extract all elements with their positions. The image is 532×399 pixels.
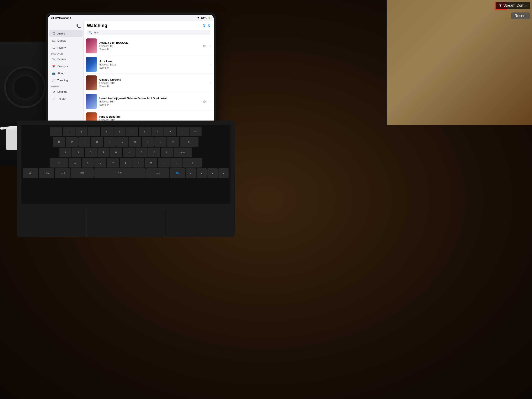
key-0[interactable]: 0 (164, 127, 176, 136)
key-1[interactable]: 1 (50, 127, 62, 136)
key-space[interactable]: かな (94, 168, 146, 178)
key-n[interactable]: N (132, 158, 145, 167)
sort-icon[interactable]: ⇅ (203, 24, 206, 28)
broadcast-icon-4: ((•)) (203, 100, 207, 103)
key-period[interactable]: . (171, 158, 183, 167)
anime-title-1: Assault Lily: BOUQUET (99, 41, 209, 44)
key-x[interactable]: X (82, 158, 94, 167)
key-t[interactable]: T (104, 137, 116, 147)
key-r[interactable]: R (91, 137, 103, 147)
sidebar-item-seasons[interactable]: 📅 Seasons (49, 63, 82, 70)
key-globe[interactable]: 🌐 (170, 168, 185, 178)
sidebar-item-airing[interactable]: 📺 Airing (49, 70, 82, 76)
anime-info-3: Gakkou Gurashi! Episode: 6/12 Score: 0 (99, 78, 209, 88)
anime-score-4: Score: 0 (99, 103, 209, 106)
filter-input-container[interactable]: 🔍 Filter (87, 30, 210, 35)
key-shift-right[interactable]: ⇧ (183, 158, 202, 167)
key-j[interactable]: J (135, 147, 147, 157)
status-right: ▼ 100% 🔋 (197, 16, 211, 19)
key-d[interactable]: D (85, 147, 97, 157)
key-p[interactable]: P (167, 137, 179, 147)
anime-title-5: Rifle Is Beautiful (99, 115, 209, 118)
status-bar: 3:54 PM Sun Oct 4 ▼ 100% 🔋 (48, 15, 214, 21)
anime-info-2: Azur Lane Episode: 10/12 Score: 0 (99, 60, 209, 69)
anime-episode-1: Episode: 1/0 (99, 45, 209, 48)
key-left[interactable]: ◂ (186, 168, 196, 178)
sidebar-item-trending[interactable]: 📈 Trending (49, 77, 82, 83)
key-2[interactable]: 2 (63, 127, 75, 136)
key-q[interactable]: Q (53, 137, 65, 147)
key-m[interactable]: M (145, 158, 157, 167)
key-6[interactable]: 6 (114, 127, 126, 136)
sidebar-item-search[interactable]: 🔍 Search (49, 56, 82, 62)
key-cmd-left[interactable]: cmd (55, 168, 70, 178)
filter-icon[interactable]: ⧉ (208, 24, 210, 27)
anime-icon: ☐ (52, 32, 56, 35)
anime-score-2: Score: 0 (99, 66, 209, 69)
key-b[interactable]: B (120, 158, 132, 167)
key-c[interactable]: C (94, 158, 106, 167)
battery-icon: 🔋 (208, 17, 211, 19)
monitor-record: Record (511, 13, 530, 19)
header-actions: ⇅ ⧉ (203, 24, 210, 28)
key-option[interactable]: option (39, 168, 54, 178)
seasons-icon: 📅 (52, 64, 56, 68)
key-4[interactable]: 4 (88, 127, 100, 136)
key-down[interactable]: ▾ (207, 168, 218, 178)
filter-search-icon: 🔍 (89, 31, 92, 34)
manga-icon: 📖 (52, 39, 56, 42)
key-g[interactable]: G (110, 147, 122, 157)
filter-placeholder: Filter (94, 31, 100, 34)
key-3[interactable]: 3 (76, 127, 88, 136)
key-8[interactable]: 8 (139, 127, 151, 136)
filter-bar: 🔍 Filter (83, 29, 214, 37)
anime-info-1: Assault Lily: BOUQUET Episode: 1/0 Score… (99, 41, 209, 51)
key-y[interactable]: Y (116, 137, 128, 147)
key-comma[interactable]: , (158, 158, 170, 167)
key-row-qwerty: Q W E R T Y U I O P [ ] (23, 137, 228, 147)
sidebar-item-anime[interactable]: ☐ Anime (49, 30, 82, 37)
key-eisu[interactable]: 英数 (71, 168, 94, 178)
key-cmd-right[interactable]: cmd (146, 168, 169, 178)
key-up[interactable]: ▴ (196, 168, 207, 178)
chevron-right-icon-3: › (210, 81, 211, 85)
status-time: 3:54 PM Sun Oct 4 (51, 17, 71, 19)
key-7[interactable]: 7 (126, 127, 138, 136)
key-i[interactable]: I (142, 137, 154, 147)
key-h[interactable]: H (123, 147, 135, 157)
anime-info-4: Love Live! Nijigasaki Gakuen School Idol… (99, 97, 209, 106)
key-right[interactable]: ▸ (218, 168, 228, 178)
search-icon: 🔍 (52, 57, 56, 61)
key-z[interactable]: Z (69, 158, 81, 167)
key-backspace[interactable]: ⌫ (190, 127, 202, 136)
key-ctrl[interactable]: ctrl (23, 168, 38, 178)
anime-item-1[interactable]: Assault Lily: BOUQUET Episode: 1/0 Score… (83, 37, 214, 55)
key-a[interactable]: A (59, 147, 71, 157)
sidebar-label-search: Search (57, 57, 66, 61)
key-shift[interactable]: ⇧ (50, 158, 68, 167)
key-9[interactable]: 9 (152, 127, 164, 136)
trackpad[interactable] (86, 208, 165, 237)
key-bracket[interactable]: [ ] (180, 137, 198, 147)
sidebar-item-tipjar[interactable]: ♡ Tip Jar (49, 95, 82, 102)
key-f[interactable]: F (97, 147, 109, 157)
key-return[interactable]: return (173, 147, 192, 157)
key-minus[interactable]: - (177, 127, 189, 136)
anime-item-3[interactable]: Gakkou Gurashi! Episode: 6/12 Score: 0 › (83, 74, 214, 92)
anime-item-2[interactable]: Azur Lane Episode: 10/12 Score: 0 › (83, 55, 214, 74)
key-s[interactable]: S (72, 147, 84, 157)
key-o[interactable]: O (154, 137, 166, 147)
sidebar-label-settings: Settings (57, 90, 67, 93)
monitor-screen (387, 0, 532, 125)
anime-item-4[interactable]: Love Live! Nijigasaki Gakuen School Idol… (83, 92, 214, 111)
key-v[interactable]: V (107, 158, 119, 167)
key-w[interactable]: W (66, 137, 78, 147)
sidebar-item-history[interactable]: 🗂 History (49, 44, 82, 51)
key-k[interactable]: K (148, 147, 160, 157)
sidebar-item-settings[interactable]: ⚙ Settings (49, 88, 82, 95)
key-5[interactable]: 5 (101, 127, 113, 136)
key-l[interactable]: L (161, 147, 173, 157)
key-u[interactable]: U (129, 137, 141, 147)
key-e[interactable]: E (78, 137, 90, 147)
sidebar-item-manga[interactable]: 📖 Manga (49, 37, 82, 44)
